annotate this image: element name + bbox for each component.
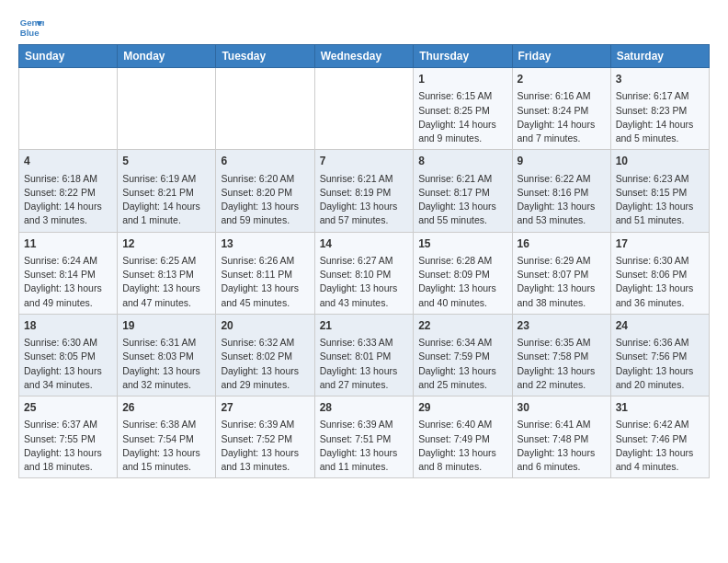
cell-content: Daylight: 13 hours (518, 364, 606, 378)
calendar-cell: 16Sunrise: 6:29 AMSunset: 8:07 PMDayligh… (512, 232, 610, 314)
day-number: 6 (221, 154, 309, 169)
cell-content: and 40 minutes. (418, 296, 506, 310)
calendar-cell: 13Sunrise: 6:26 AMSunset: 8:11 PMDayligh… (216, 232, 314, 314)
cell-content: Daylight: 13 hours (518, 200, 606, 213)
cell-content: Daylight: 14 hours (418, 118, 506, 132)
cell-content: Sunrise: 6:21 AM (320, 172, 409, 186)
day-number: 15 (418, 236, 506, 252)
day-number: 26 (122, 400, 210, 416)
cell-content: Sunrise: 6:21 AM (418, 172, 506, 186)
cell-content: and 43 minutes. (320, 296, 409, 310)
cell-content: and 15 minutes. (122, 460, 210, 474)
cell-content: Daylight: 13 hours (418, 364, 506, 378)
day-number: 29 (418, 400, 506, 416)
calendar-cell: 5Sunrise: 6:19 AMSunset: 8:21 PMDaylight… (118, 150, 216, 232)
cell-content: Sunset: 7:54 PM (122, 432, 210, 446)
cell-content: and 7 minutes. (518, 132, 606, 145)
cell-content: Sunrise: 6:18 AM (24, 172, 112, 186)
calendar-cell: 25Sunrise: 6:37 AMSunset: 7:55 PMDayligh… (19, 396, 118, 478)
calendar-cell: 20Sunrise: 6:32 AMSunset: 8:02 PMDayligh… (216, 314, 314, 396)
day-number: 7 (320, 154, 409, 169)
calendar-cell: 23Sunrise: 6:35 AMSunset: 7:58 PMDayligh… (512, 314, 610, 396)
day-number: 30 (518, 400, 606, 416)
calendar-table: SundayMondayTuesdayWednesdayThursdayFrid… (18, 44, 710, 478)
cell-content: Sunset: 7:48 PM (518, 432, 606, 446)
cell-content: and 4 minutes. (616, 460, 704, 474)
column-header-thursday: Thursday (414, 45, 512, 68)
calendar-cell: 12Sunrise: 6:25 AMSunset: 8:13 PMDayligh… (118, 232, 216, 314)
calendar-cell: 21Sunrise: 6:33 AMSunset: 8:01 PMDayligh… (314, 314, 414, 396)
calendar-cell: 2Sunrise: 6:16 AMSunset: 8:24 PMDaylight… (512, 68, 610, 150)
cell-content: Sunrise: 6:24 AM (24, 254, 112, 268)
cell-content: and 1 minute. (122, 213, 210, 227)
day-number: 4 (24, 154, 112, 169)
cell-content: Sunrise: 6:30 AM (616, 254, 704, 268)
cell-content: Sunrise: 6:16 AM (518, 89, 606, 103)
calendar-cell: 28Sunrise: 6:39 AMSunset: 7:51 PMDayligh… (314, 396, 414, 478)
cell-content: Daylight: 13 hours (24, 282, 112, 295)
cell-content: and 49 minutes. (24, 296, 112, 310)
cell-content: and 22 minutes. (518, 378, 606, 392)
cell-content: Sunset: 8:09 PM (418, 268, 506, 282)
day-number: 9 (518, 154, 606, 169)
cell-content: and 34 minutes. (24, 378, 112, 392)
column-header-tuesday: Tuesday (216, 45, 314, 68)
cell-content: Sunset: 8:07 PM (518, 268, 606, 282)
cell-content: Sunset: 7:51 PM (320, 432, 409, 446)
cell-content: and 8 minutes. (418, 460, 506, 474)
calendar-cell: 9Sunrise: 6:22 AMSunset: 8:16 PMDaylight… (512, 150, 610, 232)
cell-content: Daylight: 14 hours (518, 118, 606, 132)
calendar-cell (216, 68, 314, 150)
cell-content: Sunset: 8:24 PM (518, 104, 606, 118)
day-number: 20 (221, 318, 309, 334)
svg-text:Blue: Blue (20, 28, 40, 38)
cell-content: Sunset: 7:52 PM (221, 432, 309, 446)
cell-content: and 51 minutes. (616, 213, 704, 227)
column-header-saturday: Saturday (610, 45, 709, 68)
day-number: 10 (616, 154, 704, 169)
cell-content: Sunset: 8:23 PM (616, 104, 704, 118)
calendar-cell: 14Sunrise: 6:27 AMSunset: 8:10 PMDayligh… (314, 232, 414, 314)
cell-content: Sunset: 8:25 PM (418, 104, 506, 118)
cell-content: Sunset: 7:59 PM (418, 350, 506, 363)
cell-content: Daylight: 13 hours (616, 282, 704, 295)
cell-content: Sunrise: 6:29 AM (518, 254, 606, 268)
cell-content: Daylight: 14 hours (122, 200, 210, 213)
logo-icon: General Blue (18, 15, 44, 40)
calendar-cell (314, 68, 414, 150)
cell-content: Sunrise: 6:31 AM (122, 336, 210, 350)
cell-content: Sunset: 7:49 PM (418, 432, 506, 446)
calendar-cell: 31Sunrise: 6:42 AMSunset: 7:46 PMDayligh… (610, 396, 709, 478)
cell-content: and 6 minutes. (518, 460, 606, 474)
day-number: 17 (616, 236, 704, 252)
day-number: 25 (24, 400, 112, 416)
cell-content: Sunrise: 6:30 AM (24, 336, 112, 350)
cell-content: Sunrise: 6:15 AM (418, 89, 506, 103)
day-number: 13 (221, 236, 309, 252)
day-number: 5 (122, 154, 210, 169)
calendar-cell: 1Sunrise: 6:15 AMSunset: 8:25 PMDaylight… (414, 68, 512, 150)
cell-content: Sunset: 8:01 PM (320, 350, 409, 363)
cell-content: and 29 minutes. (221, 378, 309, 392)
week-row-5: 25Sunrise: 6:37 AMSunset: 7:55 PMDayligh… (19, 396, 710, 478)
cell-content: and 3 minutes. (24, 213, 112, 227)
cell-content: Sunrise: 6:33 AM (320, 336, 409, 350)
cell-content: and 20 minutes. (616, 378, 704, 392)
cell-content: Sunset: 8:17 PM (418, 186, 506, 200)
cell-content: Daylight: 13 hours (320, 282, 409, 295)
cell-content: Sunset: 7:46 PM (616, 432, 704, 446)
day-number: 23 (518, 318, 606, 334)
column-header-friday: Friday (512, 45, 610, 68)
cell-content: Sunrise: 6:17 AM (616, 89, 704, 103)
cell-content: Daylight: 13 hours (122, 282, 210, 295)
cell-content: and 53 minutes. (518, 213, 606, 227)
header-row: SundayMondayTuesdayWednesdayThursdayFrid… (19, 45, 710, 68)
calendar-cell: 11Sunrise: 6:24 AMSunset: 8:14 PMDayligh… (19, 232, 118, 314)
cell-content: and 11 minutes. (320, 460, 409, 474)
cell-content: and 55 minutes. (418, 213, 506, 227)
calendar-cell: 29Sunrise: 6:40 AMSunset: 7:49 PMDayligh… (414, 396, 512, 478)
cell-content: Sunrise: 6:40 AM (418, 418, 506, 431)
day-number: 28 (320, 400, 409, 416)
cell-content: Sunrise: 6:36 AM (616, 336, 704, 350)
cell-content: Sunset: 8:10 PM (320, 268, 409, 282)
